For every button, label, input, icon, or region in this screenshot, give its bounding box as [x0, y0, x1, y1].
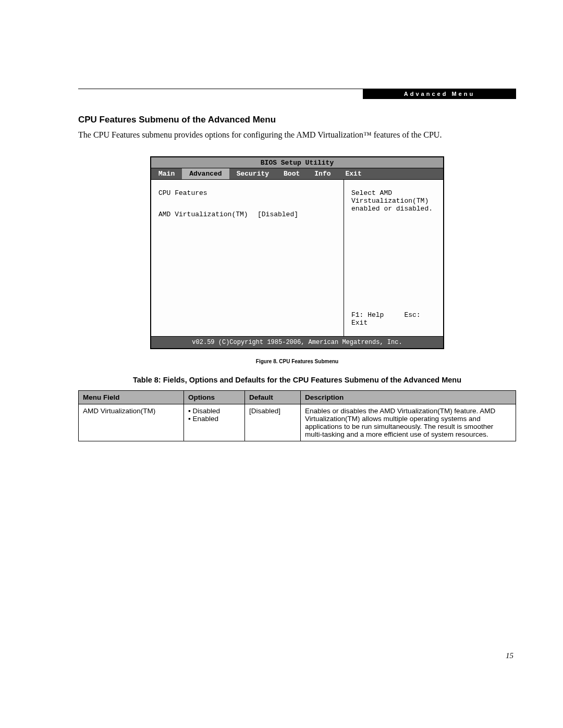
- option-disabled: Disabled: [188, 407, 240, 415]
- bios-submenu-heading: CPU Features: [158, 189, 336, 197]
- bios-tab-bar: Main Advanced Security Boot Info Exit: [151, 168, 443, 180]
- cell-menu-field: AMD Virtualization(TM): [79, 404, 184, 441]
- bios-tab-exit[interactable]: Exit: [338, 168, 369, 179]
- cell-default: [Disabled]: [245, 404, 301, 441]
- bios-right-pane: Select AMD Virstualization(TM) enabled o…: [344, 180, 443, 336]
- section-title: CPU Features Submenu of the Advanced Men…: [78, 115, 516, 125]
- page-number: 15: [506, 651, 513, 660]
- bios-copyright: v02.59 (C)Copyright 1985-2006, American …: [151, 336, 443, 348]
- bios-help-key: F1: Help: [351, 311, 384, 319]
- table-title: Table 8: Fields, Options and Defaults fo…: [78, 376, 516, 384]
- bios-setting-value: [Disabled]: [258, 211, 298, 218]
- bios-tab-main[interactable]: Main: [151, 168, 182, 179]
- cell-description: Enables or disables the AMD Virtualizati…: [301, 404, 516, 441]
- option-enabled: Enabled: [188, 415, 240, 423]
- bios-help-text: Select AMD Virstualization(TM) enabled o…: [351, 189, 436, 213]
- bios-window-title: BIOS Setup Utility: [151, 157, 443, 168]
- section-intro: The CPU Features submenu provides option…: [78, 129, 516, 141]
- th-description: Description: [301, 390, 516, 404]
- table-row: AMD Virtualization(TM) Disabled Enabled …: [79, 404, 516, 441]
- th-menu-field: Menu Field: [79, 390, 184, 404]
- bios-window: BIOS Setup Utility Main Advanced Securit…: [150, 156, 444, 349]
- table-header-row: Menu Field Options Default Description: [79, 390, 516, 404]
- bios-setting-row[interactable]: AMD Virtualization(TM) [Disabled]: [158, 211, 336, 218]
- th-default: Default: [245, 390, 301, 404]
- th-options: Options: [184, 390, 245, 404]
- figure-caption: Figure 8. CPU Features Submenu: [78, 359, 516, 364]
- header-badge: Advanced Menu: [363, 89, 516, 99]
- bios-setting-label: AMD Virtualization(TM): [158, 211, 258, 218]
- bios-tab-info[interactable]: Info: [307, 168, 338, 179]
- bios-tab-boot[interactable]: Boot: [276, 168, 307, 179]
- bios-left-pane: CPU Features AMD Virtualization(TM) [Dis…: [151, 180, 344, 336]
- cell-options: Disabled Enabled: [184, 404, 245, 441]
- options-table: Menu Field Options Default Description A…: [78, 390, 516, 441]
- bios-tab-security[interactable]: Security: [229, 168, 276, 179]
- bios-footer-keys: F1: Help Esc: Exit: [351, 311, 436, 327]
- bios-tab-advanced[interactable]: Advanced: [182, 168, 229, 179]
